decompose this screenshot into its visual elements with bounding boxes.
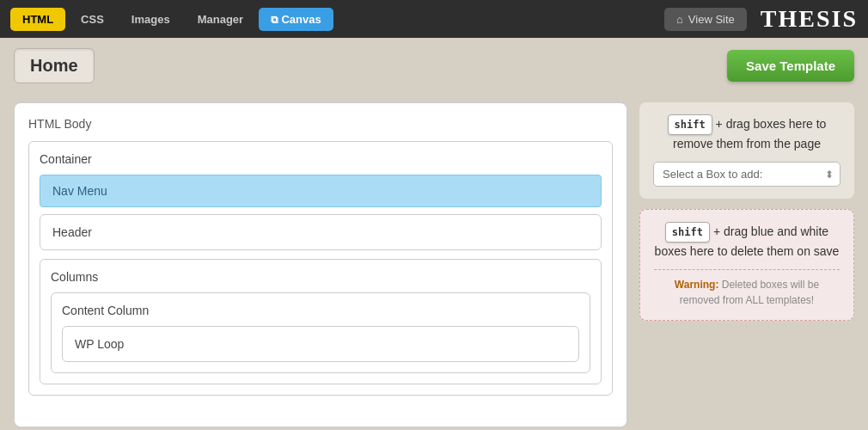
- header-box: Header: [40, 214, 602, 250]
- canvas-icon: [271, 13, 281, 26]
- shift-key-2: shift: [665, 222, 710, 243]
- shift-remove-text: shift + drag boxes here to remove them f…: [653, 114, 840, 153]
- delete-warning: Warning: Deleted boxes will be removed f…: [654, 269, 840, 308]
- select-wrapper: Select a Box to add:: [653, 162, 840, 187]
- shift-remove-card: shift + drag boxes here to remove them f…: [639, 102, 854, 199]
- content-column-box: Content Column WP Loop: [51, 292, 590, 373]
- nav-tabs: HTML CSS Images Manager Canvas: [10, 8, 333, 31]
- shift-delete-text: shift + drag blue and white boxes here t…: [654, 222, 840, 261]
- right-panel: shift + drag boxes here to remove them f…: [639, 102, 854, 427]
- shift-key-1: shift: [668, 114, 712, 135]
- subheader: Home Save Template: [0, 38, 868, 94]
- top-nav: HTML CSS Images Manager Canvas View Site…: [0, 0, 868, 38]
- nav-menu-item[interactable]: Nav Menu: [40, 175, 602, 207]
- columns-label: Columns: [51, 270, 590, 284]
- warning-bold: Warning:: [675, 279, 719, 291]
- house-icon: [676, 13, 683, 26]
- container-box: Container Nav Menu Header Columns Conten…: [28, 141, 613, 396]
- nav-tab-canvas[interactable]: Canvas: [259, 8, 333, 31]
- content-column-label: Content Column: [62, 304, 579, 317]
- view-site-button[interactable]: View Site: [664, 8, 747, 31]
- nav-right: View Site THESIS: [664, 5, 858, 33]
- columns-box: Columns Content Column WP Loop: [40, 259, 602, 384]
- wp-loop-box: WP Loop: [62, 326, 579, 362]
- select-box-row: Select a Box to add:: [653, 162, 840, 187]
- thesis-logo: THESIS: [761, 5, 858, 33]
- html-body-label: HTML Body: [28, 117, 613, 131]
- container-label: Container: [40, 152, 602, 166]
- nav-tab-manager[interactable]: Manager: [186, 8, 255, 31]
- main-area: HTML Body Container Nav Menu Header Colu…: [0, 94, 868, 430]
- add-box-select[interactable]: Select a Box to add:: [653, 162, 840, 187]
- nav-tab-css[interactable]: CSS: [69, 8, 116, 31]
- shift-delete-card: shift + drag blue and white boxes here t…: [639, 209, 854, 321]
- left-panel: HTML Body Container Nav Menu Header Colu…: [14, 102, 627, 427]
- nav-tab-images[interactable]: Images: [119, 8, 182, 31]
- save-template-button[interactable]: Save Template: [727, 50, 854, 82]
- page-title: Home: [14, 48, 95, 83]
- nav-tab-html[interactable]: HTML: [10, 8, 65, 31]
